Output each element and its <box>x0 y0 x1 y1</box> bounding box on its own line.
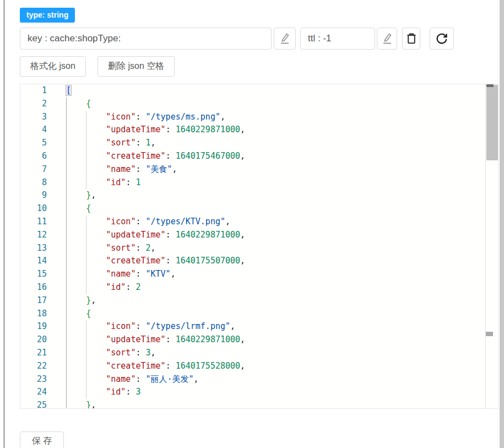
key-input[interactable] <box>20 28 272 50</box>
indent-guide <box>66 360 67 373</box>
edit-icon <box>279 33 290 45</box>
ttl-input[interactable] <box>300 28 375 50</box>
overview-ruler-mark <box>486 332 493 336</box>
code-line: 4 "updateTime": 1640229871000, <box>20 123 498 137</box>
editor-lines: 1[2 {3 "icon": "/types/ms.png",4 "update… <box>20 84 498 409</box>
indent-guide <box>86 176 86 190</box>
key-edit-button[interactable] <box>274 28 296 50</box>
indent-guide <box>66 333 67 347</box>
indent-guide <box>86 281 86 294</box>
code-line: 24 "id": 3 <box>20 386 498 399</box>
line-number: 17 <box>20 294 47 307</box>
code-line: 12 "updateTime": 1640229871000, <box>20 229 498 242</box>
line-number: 1 <box>20 84 47 98</box>
code-line: 22 "createTime": 1640175528000, <box>20 360 498 373</box>
code-line: 7 "name": "美食", <box>20 163 498 176</box>
indent-guide <box>66 176 67 190</box>
line-number: 18 <box>20 307 47 321</box>
line-number: 10 <box>20 202 47 215</box>
line-number: 8 <box>20 176 47 190</box>
line-number: 13 <box>20 242 47 255</box>
refresh-button[interactable] <box>430 28 454 50</box>
page-scrollbar[interactable] <box>500 0 504 448</box>
line-number: 25 <box>20 399 47 409</box>
line-number: 24 <box>20 386 47 399</box>
indent-guide <box>66 399 67 409</box>
line-number: 21 <box>20 347 47 360</box>
code-line: 20 "updateTime": 1640229871000, <box>20 333 498 347</box>
code-line: 8 "id": 1 <box>20 176 498 190</box>
indent-guide <box>86 123 86 137</box>
indent-guide <box>66 255 67 268</box>
indent-guide <box>66 347 67 360</box>
key-detail-panel: type: string <box>0 0 504 448</box>
refresh-icon <box>435 32 448 45</box>
line-number: 7 <box>20 163 47 176</box>
line-number: 19 <box>20 320 47 333</box>
editor-scrollbar-thumb[interactable] <box>486 85 498 160</box>
code-line: 14 "createTime": 1640175507000, <box>20 255 498 268</box>
code-line: 21 "sort": 3, <box>20 347 498 360</box>
indent-guide <box>66 150 67 163</box>
line-number: 23 <box>20 373 47 386</box>
indent-guide <box>86 242 86 255</box>
code-line: 13 "sort": 2, <box>20 242 498 255</box>
line-number: 20 <box>20 333 47 347</box>
indent-guide <box>86 373 86 386</box>
code-line: 11 "icon": "/types/KTV.png", <box>20 215 498 229</box>
code-line: 1[ <box>20 84 498 98</box>
json-code-editor[interactable]: 1[2 {3 "icon": "/types/ms.png",4 "update… <box>20 84 498 409</box>
code-line: 23 "name": "丽人·美发", <box>20 373 498 386</box>
indent-guide <box>66 386 67 399</box>
type-badge: type: string <box>20 8 75 23</box>
indent-guide <box>66 111 67 124</box>
indent-guide <box>86 268 86 281</box>
indent-guide <box>66 189 67 202</box>
format-json-button[interactable]: 格式化 json <box>20 56 86 77</box>
code-line: 9 }, <box>20 189 498 202</box>
indent-guide <box>66 202 67 215</box>
line-number: 11 <box>20 215 47 229</box>
indent-guide <box>86 111 86 124</box>
indent-guide <box>86 347 86 360</box>
indent-guide <box>86 163 86 176</box>
line-number: 5 <box>20 137 47 150</box>
remove-json-space-button[interactable]: 删除 json 空格 <box>97 56 175 77</box>
line-number: 6 <box>20 150 47 163</box>
indent-guide <box>86 333 86 347</box>
save-button[interactable]: 保 存 <box>20 431 64 448</box>
indent-guide <box>86 255 86 268</box>
indent-guide <box>86 360 86 373</box>
code-line: 10 { <box>20 202 498 215</box>
indent-guide <box>66 294 67 307</box>
code-line: 18 { <box>20 307 498 321</box>
indent-guide <box>66 373 67 386</box>
line-number: 22 <box>20 360 47 373</box>
indent-guide <box>86 215 86 229</box>
indent-guide <box>66 137 67 150</box>
trash-icon <box>406 33 417 45</box>
editor-scrollbar[interactable] <box>485 84 498 408</box>
line-number: 15 <box>20 268 47 281</box>
indent-guide <box>66 123 67 137</box>
delete-key-button[interactable] <box>402 28 420 50</box>
indent-guide <box>86 137 86 150</box>
indent-guide <box>86 229 86 242</box>
indent-guide <box>66 215 67 229</box>
indent-guide <box>66 163 67 176</box>
code-line: 25 }, <box>20 399 498 409</box>
indent-guide <box>86 150 86 163</box>
code-line: 15 "name": "KTV", <box>20 268 498 281</box>
ttl-edit-button[interactable] <box>377 28 397 50</box>
indent-guide <box>86 386 86 399</box>
indent-guide <box>66 307 67 321</box>
code-line: 16 "id": 2 <box>20 281 498 294</box>
line-number: 14 <box>20 255 47 268</box>
indent-guide <box>66 229 67 242</box>
panel-splitter[interactable] <box>3 0 5 448</box>
line-number: 2 <box>20 98 47 111</box>
line-number: 3 <box>20 111 47 124</box>
edit-icon <box>382 33 393 45</box>
indent-guide <box>66 320 67 333</box>
indent-guide <box>66 242 67 255</box>
